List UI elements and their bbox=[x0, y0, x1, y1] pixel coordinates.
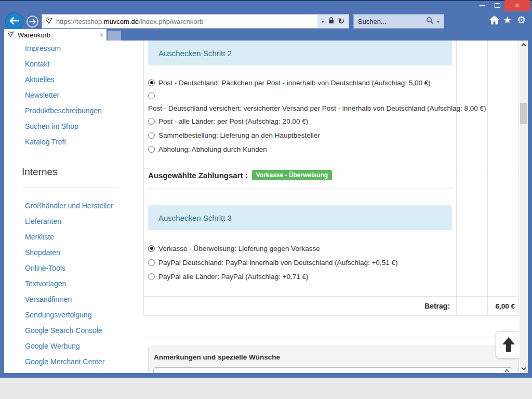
browser-tab[interactable]: Warenkorb × bbox=[4, 29, 107, 41]
table-border-left bbox=[143, 41, 144, 315]
sidebar-item-sendungsverfolgung[interactable]: Sendungsverfolgung bbox=[4, 307, 139, 323]
scrollbar-up-icon[interactable] bbox=[520, 41, 528, 49]
url-text: https://testshop.muvcom.de/index.php/war… bbox=[56, 18, 317, 25]
search-placeholder: Suchen... bbox=[358, 18, 423, 25]
shipping-option-row[interactable]: Abholung: Abholung durch Kunden bbox=[148, 144, 267, 154]
sidebar-item-suchen-im-shop[interactable]: Suchen im Shop bbox=[4, 118, 139, 134]
scroll-to-top-button[interactable] bbox=[496, 331, 520, 358]
sidebar-item-versandfirmen[interactable]: Versandfirmen bbox=[4, 291, 139, 307]
close-button[interactable]: × bbox=[504, 0, 530, 11]
shipping-option-row[interactable]: Post - Deutschland: Päckchen per Post - … bbox=[148, 77, 431, 88]
sidebar-divider bbox=[22, 188, 118, 188]
sidebar-nav-top: Impressum Kontakt Aktuelles Newsletter P… bbox=[4, 41, 139, 150]
step3-panel: Auschecken Schritt 3 bbox=[148, 205, 452, 230]
sidebar-item-textvorlagen[interactable]: Textvorlagen bbox=[4, 276, 139, 291]
vertical-scrollbar[interactable] bbox=[520, 41, 528, 373]
sidebar-item-katalog-trefl[interactable]: Katalog Trefl bbox=[4, 134, 139, 150]
tab-title: Warenkorb bbox=[18, 31, 96, 39]
autocomplete-dropdown-icon[interactable]: ▾ bbox=[322, 19, 324, 24]
scrollbar-down-icon[interactable] bbox=[520, 364, 528, 373]
sidebar-item-produktbeschreibungen[interactable]: Produktbeschreibungen bbox=[4, 103, 139, 118]
table-border-col2 bbox=[456, 41, 457, 315]
up-arrow-icon bbox=[502, 337, 515, 354]
page-viewport: Impressum Kontakt Aktuelles Newsletter P… bbox=[4, 41, 520, 373]
maximize-button[interactable] bbox=[490, 0, 504, 11]
home-icon[interactable] bbox=[489, 15, 500, 27]
shipping-option-label-wrapped[interactable]: Post - Deutschland versichert: versicher… bbox=[148, 103, 486, 113]
window-border-top bbox=[0, 0, 532, 1]
site-favicon bbox=[45, 17, 53, 26]
content-bottom-border bbox=[143, 337, 519, 337]
sidebar-item-google-merchant-center[interactable]: Google Merchant Center bbox=[4, 354, 139, 369]
radio-selected[interactable] bbox=[148, 245, 155, 252]
radio-unselected[interactable] bbox=[148, 259, 155, 266]
payment-option-label: PayPal Deutschland: PayPal innerhalb von… bbox=[158, 259, 397, 267]
notes-title: Anmerkungen und spezielle Wünsche bbox=[154, 353, 280, 361]
soft-divider bbox=[148, 188, 454, 189]
total-row-bottom-border bbox=[143, 315, 519, 316]
notes-textarea[interactable] bbox=[153, 367, 512, 373]
sidebar-section-title: Internes bbox=[22, 166, 58, 178]
search-dropdown-icon[interactable]: ▾ bbox=[437, 19, 440, 24]
shipping-option-label: Post - Deutschland: Päckchen per Post - … bbox=[158, 79, 431, 87]
scrollbar-thumb[interactable] bbox=[520, 103, 527, 124]
sidebar-item-google-search-console[interactable]: Google Search Console bbox=[4, 323, 139, 338]
total-value: 6,00 € bbox=[487, 297, 519, 315]
tab-close-icon[interactable]: × bbox=[99, 31, 103, 39]
table-border-right bbox=[518, 41, 519, 315]
total-label: Betrag: bbox=[143, 297, 456, 315]
radio-unselected[interactable] bbox=[148, 146, 155, 153]
address-bar-controls: ▾ ↻ bbox=[317, 15, 349, 28]
sidebar-item-online-tools[interactable]: Online-Tools bbox=[4, 260, 139, 276]
table-border-col3 bbox=[487, 41, 488, 315]
search-input[interactable]: Suchen... ▾ bbox=[353, 14, 444, 29]
step2-title: Auschecken Schritt 2 bbox=[158, 49, 232, 58]
tab-favicon bbox=[7, 30, 15, 39]
sidebar-item-aktuelles[interactable]: Aktuelles bbox=[4, 72, 139, 87]
sidebar-item-newsletter[interactable]: Newsletter bbox=[4, 87, 139, 103]
back-arrow-icon bbox=[9, 17, 19, 26]
sidebar-item-impressum[interactable]: Impressum bbox=[4, 41, 139, 56]
selected-payment-label: Ausgewählte Zahlungsart : bbox=[148, 171, 248, 180]
step3-title: Auschecken Schritt 3 bbox=[158, 214, 232, 222]
favorites-star-icon[interactable]: ★ bbox=[503, 15, 512, 25]
settings-gear-icon[interactable]: ⚙ bbox=[517, 15, 526, 25]
radio-unselected[interactable] bbox=[148, 92, 155, 99]
radio-unselected[interactable] bbox=[148, 132, 155, 139]
radio-unselected[interactable] bbox=[148, 273, 155, 280]
minimize-button[interactable] bbox=[474, 0, 490, 11]
radio-unselected[interactable] bbox=[148, 118, 155, 125]
back-button[interactable] bbox=[5, 12, 23, 31]
shipping-option-label: Post - alle Länder: per Post (Aufschlag:… bbox=[158, 117, 308, 125]
browser-window: × https://testshop.muvcom.de/index.php/w… bbox=[0, 0, 532, 378]
payment-option-row[interactable]: Vorkasse - Überweisung: Lieferung gegen … bbox=[148, 243, 320, 254]
shipping-option-label: Sammelbestellung: Lieferung an den Haupt… bbox=[158, 131, 320, 139]
section-divider bbox=[143, 168, 519, 168]
shipping-option-row[interactable]: Sammelbestellung: Lieferung an den Haupt… bbox=[148, 130, 320, 140]
step2-panel: Auschecken Schritt 2 bbox=[148, 41, 452, 65]
sidebar-item-kontakt[interactable]: Kontakt bbox=[4, 56, 139, 72]
sidebar-item-shopdaten[interactable]: Shopdaten bbox=[4, 245, 139, 260]
payment-option-label: PayPal alle Länder: PayPal (Aufschlag: +… bbox=[158, 273, 309, 281]
selected-payment-row: Ausgewählte Zahlungsart : Vorkasse - Übe… bbox=[148, 169, 332, 181]
address-bar[interactable]: https://testshop.muvcom.de/index.php/war… bbox=[42, 14, 349, 29]
sidebar-item-google-werbung[interactable]: Google Werbung bbox=[4, 338, 139, 354]
lock-icon bbox=[328, 17, 334, 26]
new-tab-button[interactable] bbox=[108, 31, 121, 41]
textarea-scroll-up-icon[interactable] bbox=[503, 369, 511, 373]
sidebar-item-merkliste[interactable]: Merkliste bbox=[4, 229, 139, 245]
forward-button[interactable] bbox=[26, 16, 38, 28]
sidebar-item-grosshaendler[interactable]: Großhändler und Hersteller bbox=[4, 198, 139, 214]
payment-option-label: Vorkasse - Überweisung: Lieferung gegen … bbox=[158, 245, 320, 252]
shipping-option-row[interactable]: Post - alle Länder: per Post (Aufschlag:… bbox=[148, 116, 308, 126]
payment-option-row[interactable]: PayPal alle Länder: PayPal (Aufschlag: +… bbox=[148, 271, 309, 282]
sidebar-item-lieferanten[interactable]: Lieferanten bbox=[4, 214, 139, 229]
shipping-option-label: Abholung: Abholung durch Kunden bbox=[158, 145, 267, 153]
forward-arrow-icon bbox=[29, 17, 36, 26]
search-icon[interactable] bbox=[426, 17, 434, 26]
radio-selected[interactable] bbox=[148, 79, 155, 86]
shipping-option-row[interactable] bbox=[148, 90, 155, 101]
selected-payment-badge: Vorkasse - Überweisung bbox=[252, 170, 332, 180]
refresh-icon[interactable]: ↻ bbox=[338, 17, 345, 26]
payment-option-row[interactable]: PayPal Deutschland: PayPal innerhalb von… bbox=[148, 257, 397, 268]
